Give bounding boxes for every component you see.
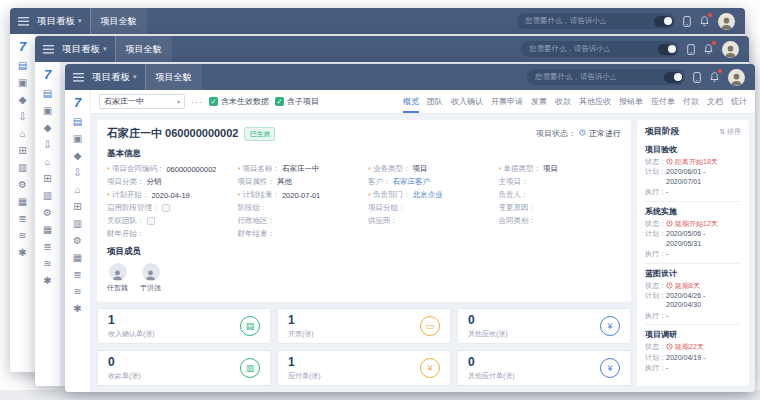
tab-7[interactable]: 报销单 [619,90,643,113]
tab-5[interactable]: 收款 [555,90,571,113]
asterisk-icon[interactable]: ✱ [18,248,26,258]
member-chip[interactable]: 于洪强 [140,263,161,293]
project-select[interactable]: 石家庄一中 ▾ [99,94,185,109]
search-toggle[interactable] [658,44,677,55]
phase-item[interactable]: 项目调研状态：延期22天计划：2020/04/19 -执行：- [645,325,741,376]
phase-item[interactable]: 蓝图设计状态：延期8天计划：2020/04/26 - 2020/04/30执行：… [645,264,741,326]
tab-3[interactable]: 开票申请 [491,90,523,113]
app-logo[interactable]: 7 [19,39,26,54]
home-icon[interactable]: ⌂ [44,157,50,167]
stat-card[interactable]: 0收款单(张)▥ [97,350,271,386]
mobile-icon[interactable] [683,16,691,27]
home-icon[interactable]: ⌂ [19,129,25,139]
download-icon[interactable]: ⇩ [73,168,81,178]
user-avatar[interactable] [728,69,745,86]
gear-icon[interactable]: ⚙ [43,208,52,218]
stat-card[interactable]: 0其他应付单(张)¥ [457,350,631,386]
more-button[interactable]: ··· [191,97,203,107]
download-icon[interactable]: ⇩ [43,140,51,150]
app-logo[interactable]: 7 [44,67,51,82]
search-toggle[interactable] [664,72,683,83]
notifications-bell-icon[interactable] [699,15,710,27]
asterisk-icon[interactable]: ✱ [43,276,51,286]
hamburger-menu-icon[interactable] [18,17,29,26]
wave-icon[interactable]: ≋ [18,231,26,241]
image-icon[interactable]: ▣ [43,106,52,116]
mobile-icon[interactable] [693,72,701,83]
chart-icon[interactable]: ▦ [43,225,52,235]
nav-tab-active[interactable]: 项目全貌 [90,8,147,34]
tab-0[interactable]: 概览 [403,90,419,113]
checkbox-include-subprojects[interactable]: ✓ 含子项目 [275,96,319,107]
gem-icon[interactable]: ◆ [74,151,82,161]
tab-2[interactable]: 收入确认 [451,90,483,113]
asterisk-icon[interactable]: ✱ [73,304,81,314]
global-search-input[interactable]: 您需要什么，请告诉小△ [517,13,675,29]
phase-item[interactable]: 项目验收状态：距离开始18天计划：2020/06/01 - 2020/07/01… [645,140,741,202]
tab-6[interactable]: 其他应收 [579,90,611,113]
image-icon[interactable]: ▣ [18,78,27,88]
nav-tab-active[interactable]: 项目全貌 [145,64,202,90]
gem-icon[interactable]: ◆ [19,95,27,105]
stat-card[interactable]: 0其他应收(张)¥ [457,308,631,344]
folder-icon[interactable]: ▤ [43,89,52,99]
phase-plan: 2020/06/01 - 2020/07/01 [666,167,741,186]
gear-icon[interactable]: ⚙ [73,236,82,246]
document-icon[interactable]: ▥ [18,163,27,173]
document-icon[interactable]: ▥ [43,191,52,201]
global-search-input[interactable]: 您需要什么，请告诉小△ [521,41,679,57]
folder-icon[interactable]: ▤ [73,117,82,127]
mobile-icon[interactable] [687,44,695,55]
grid-icon[interactable]: ⊞ [43,174,51,184]
wave-icon[interactable]: ≋ [43,259,51,269]
list-icon[interactable]: ≣ [18,214,26,224]
app-logo[interactable]: 7 [74,95,81,110]
notifications-bell-icon[interactable] [709,71,720,83]
chart-icon[interactable]: ▦ [18,197,27,207]
document-icon[interactable]: ▥ [73,219,82,229]
field-value[interactable]: 石家庄客户 [393,177,431,187]
tab-1[interactable]: 团队 [427,90,443,113]
image-icon[interactable]: ▣ [73,134,82,144]
tab-4[interactable]: 发票 [531,90,547,113]
phase-item[interactable]: 系统实施状态：延期开始12天计划：2020/05/06 - 2020/05/31… [645,202,741,264]
list-icon[interactable]: ≣ [43,242,51,252]
sort-button[interactable]: ⇅ 排序 [719,127,741,137]
tab-10[interactable]: 文档 [707,90,723,113]
field-checkbox[interactable] [147,217,155,225]
grid-icon[interactable]: ⊞ [73,202,81,212]
stat-card[interactable]: 1应付单(张)¥ [277,350,451,386]
notifications-bell-icon[interactable] [703,43,714,55]
tab-9[interactable]: 付款 [683,90,699,113]
nav-dropdown[interactable]: 项目看板 ▾ [37,15,82,28]
gear-icon[interactable]: ⚙ [18,180,27,190]
field-checkbox[interactable] [162,204,170,212]
nav-tab-active[interactable]: 项目全貌 [115,36,172,62]
list-icon[interactable]: ≣ [73,270,81,280]
field-value[interactable]: 北京企业 [412,190,442,200]
field-label: 项目分类： [107,177,145,187]
home-icon[interactable]: ⌂ [74,185,80,195]
stat-card[interactable]: 1开票(张)▭ [277,308,451,344]
wave-icon[interactable]: ≋ [73,287,81,297]
nav-dropdown[interactable]: 项目看板 ▾ [92,71,137,84]
global-search-input[interactable]: 您需要什么，请告诉小△ [527,69,685,85]
search-toggle[interactable] [654,16,673,27]
chart-icon[interactable]: ▦ [73,253,82,263]
user-avatar[interactable] [722,41,739,58]
folder-icon[interactable]: ▤ [18,61,27,71]
member-chip[interactable]: 任贺魏 [107,263,128,293]
nav-dropdown[interactable]: 项目看板 ▾ [62,43,107,56]
download-icon[interactable]: ⇩ [18,112,26,122]
gem-icon[interactable]: ◆ [44,123,52,133]
tab-8[interactable]: 应付单 [651,90,675,113]
tab-11[interactable]: 统计 [731,90,747,113]
hamburger-menu-icon[interactable] [73,73,84,82]
hamburger-menu-icon[interactable] [43,45,54,54]
checkbox-include-ineffective[interactable]: ✓ 含未生效数据 [209,96,269,107]
field: 负责人： [499,190,622,200]
stat-value: 1 [288,314,314,326]
user-avatar[interactable] [718,13,735,30]
grid-icon[interactable]: ⊞ [18,146,26,156]
stat-card[interactable]: 1收入确认单(张)▤ [97,308,271,344]
